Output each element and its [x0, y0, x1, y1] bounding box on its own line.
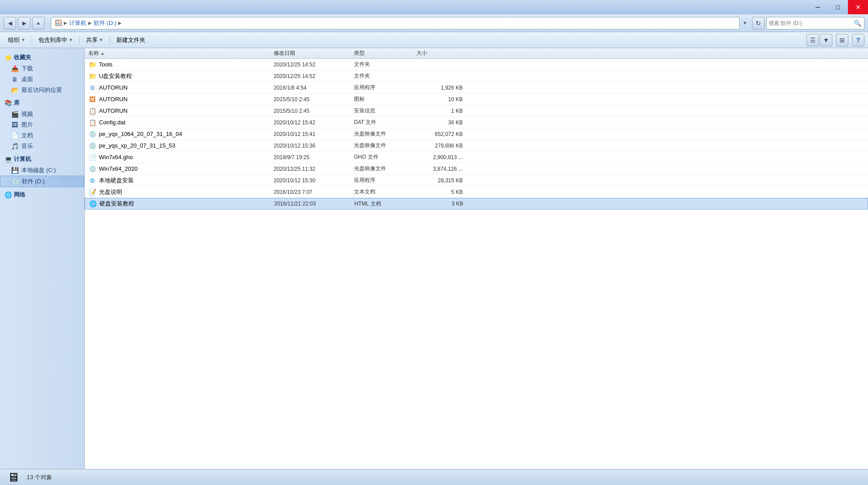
file-name-cell: ⚙ AUTORUN	[85, 84, 272, 91]
view-toggle-button[interactable]: ☰	[806, 34, 819, 46]
file-size-cell: 279,696 KB	[415, 143, 468, 149]
file-name-label: 本地硬盘安装	[99, 177, 134, 185]
back-button[interactable]: ◀	[4, 17, 16, 29]
sidebar-header-network[interactable]: 🌐 网络	[0, 189, 84, 201]
file-rows-container: 📁 Tools 2020/12/25 14:52 文件夹 📁 U盘安装教程 20…	[85, 59, 868, 210]
file-type-cell: GHO 文件	[352, 153, 415, 161]
column-header-date[interactable]: 修改日期	[272, 49, 352, 57]
sidebar-header-favorites[interactable]: ⭐ 收藏夹	[0, 52, 84, 63]
help-button[interactable]: ?	[852, 34, 864, 46]
file-size-cell: 10 KB	[415, 96, 468, 103]
file-date-cell: 2020/10/12 15:30	[272, 177, 352, 184]
status-bar: 🖥 13 个对象	[0, 469, 868, 485]
share-button[interactable]: 共享 ▼	[82, 34, 108, 46]
desktop-icon: 🖥	[11, 76, 19, 83]
drive-c-icon: 💾	[11, 167, 19, 174]
maximize-button[interactable]: □	[828, 0, 848, 14]
file-date-cell: 2020/12/25 11:32	[272, 166, 352, 172]
sidebar-item-desktop[interactable]: 🖥 桌面	[0, 74, 84, 85]
file-date-cell: 2019/9/7 19:25	[272, 154, 352, 160]
sidebar-section-library: 📚 库 🎬 视频 🖼 图片 📄 文档 🎵 音乐	[0, 97, 84, 152]
file-size-cell: 2,900,813 ...	[415, 154, 468, 160]
column-header-size[interactable]: 大小	[415, 49, 468, 57]
file-name-cell: 📋 AUTORUN	[85, 107, 272, 115]
sidebar-header-library[interactable]: 📚 库	[0, 97, 84, 109]
file-date-cell: 2020/10/12 15:42	[272, 119, 352, 126]
file-size-cell: 3,874,126 ...	[415, 166, 468, 172]
file-name-label: Tools	[99, 61, 112, 68]
file-date-cell: 2020/10/12 15:36	[272, 143, 352, 149]
organize-button[interactable]: 组织 ▼	[4, 34, 30, 46]
sidebar-item-drive-d[interactable]: 💿 软件 (D:)	[0, 176, 84, 187]
close-button[interactable]: ✕	[848, 0, 868, 14]
new-folder-button[interactable]: 新建文件夹	[112, 34, 150, 46]
table-row[interactable]: 📋 Config.dat 2020/10/12 15:42 DAT 文件 36 …	[85, 117, 868, 128]
table-row[interactable]: 📄 Win7x64.gho 2019/9/7 19:25 GHO 文件 2,90…	[85, 152, 868, 163]
file-name-label: pe_yqs_1064_20_07_31_16_04	[99, 131, 182, 137]
sidebar-item-recent[interactable]: 📂 最近访问的位置	[0, 85, 84, 95]
forward-button[interactable]: ▶	[18, 17, 30, 29]
drive-d-icon: 💿	[11, 178, 19, 185]
view-buttons: ☰ ▼ ⊞ ?	[806, 34, 864, 46]
preview-pane-button[interactable]: ⊞	[836, 34, 848, 46]
share-chevron-icon: ▼	[99, 37, 103, 42]
file-type-cell: 应用程序	[352, 177, 415, 184]
file-name-cell: 💿 Win7x64_2020	[85, 165, 272, 173]
table-row[interactable]: 📋 AUTORUN 2015/5/10 2:45 安装信息 1 KB	[85, 105, 868, 117]
table-row[interactable]: 💿 pe_yqs_1064_20_07_31_16_04 2020/10/12 …	[85, 128, 868, 140]
sidebar-item-downloads[interactable]: 📥 下载	[0, 63, 84, 74]
archive-button[interactable]: 包含到库中 ▼	[34, 34, 78, 46]
table-row[interactable]: 💿 pe_yqs_xp_20_07_31_15_53 2020/10/12 15…	[85, 140, 868, 152]
table-row[interactable]: 📁 U盘安装教程 2020/12/25 14:52 文件夹	[85, 70, 868, 82]
table-row[interactable]: 📁 Tools 2020/12/25 14:52 文件夹	[85, 59, 868, 70]
column-header-type[interactable]: 类型	[352, 49, 415, 57]
file-type-cell: 应用程序	[352, 84, 415, 91]
file-type-cell: HTML 文档	[353, 200, 415, 208]
table-row[interactable]: ⚙ 本地硬盘安装 2020/10/12 15:30 应用程序 28,315 KB	[85, 175, 868, 186]
search-icon[interactable]: 🔍	[852, 18, 862, 28]
table-row[interactable]: 📝 光盘说明 2016/10/23 7:07 文本文档 5 KB	[85, 186, 868, 198]
table-row[interactable]: 🖼 AUTORUN 2015/5/10 2:45 图标 10 KB	[85, 94, 868, 105]
file-type-cell: 文件夹	[352, 61, 415, 68]
table-row[interactable]: ⚙ AUTORUN 2016/1/8 4:54 应用程序 1,926 KB	[85, 82, 868, 94]
breadcrumb-computer[interactable]: 计算机	[69, 19, 86, 27]
status-count: 13 个对象	[27, 473, 52, 481]
search-input[interactable]	[769, 20, 852, 26]
minimize-button[interactable]: ─	[808, 0, 828, 14]
sidebar-item-pictures[interactable]: 🖼 图片	[0, 119, 84, 130]
column-header-name[interactable]: 名称 ▲	[85, 49, 272, 57]
breadcrumb-dropdown[interactable]: ▼	[741, 17, 749, 29]
file-type-cell: 图标	[352, 95, 415, 103]
file-list-header: 名称 ▲ 修改日期 类型 大小	[85, 48, 868, 59]
breadcrumb-drive-d[interactable]: 软件 (D:)	[94, 19, 116, 27]
file-icon: 💿	[88, 165, 96, 173]
file-name-label: AUTORUN	[99, 84, 128, 91]
file-name-cell: 📁 U盘安装教程	[85, 72, 272, 80]
refresh-button[interactable]: ↻	[752, 17, 765, 29]
up-button[interactable]: ▲	[32, 17, 45, 29]
file-name-label: 硬盘安装教程	[99, 200, 134, 208]
table-row[interactable]: 💿 Win7x64_2020 2020/12/25 11:32 光盘映像文件 3…	[85, 163, 868, 175]
file-name-cell: ⚙ 本地硬盘安装	[85, 177, 272, 185]
file-size-cell: 28,315 KB	[415, 177, 468, 184]
file-type-cell: 文件夹	[352, 72, 415, 80]
file-icon: 📋	[88, 107, 96, 115]
file-name-label: Win7x64_2020	[99, 165, 138, 172]
sidebar-section-network: 🌐 网络	[0, 189, 84, 201]
sidebar-item-drive-c[interactable]: 💾 本地磁盘 (C:)	[0, 165, 84, 176]
file-name-cell: 📝 光盘说明	[85, 188, 272, 196]
sidebar-item-documents[interactable]: 📄 文档	[0, 130, 84, 141]
file-name-cell: 🌐 硬盘安装教程	[85, 200, 272, 208]
toolbar: 组织 ▼ 包含到库中 ▼ 共享 ▼ 新建文件夹 ☰ ▼ ⊞ ?	[0, 32, 868, 48]
sidebar-item-music[interactable]: 🎵 音乐	[0, 141, 84, 152]
sort-name-icon: ▲	[100, 51, 105, 56]
sidebar-item-videos[interactable]: 🎬 视频	[0, 109, 84, 119]
file-name-cell: 💿 pe_yqs_1064_20_07_31_16_04	[85, 131, 272, 138]
file-size-cell: 5 KB	[415, 189, 468, 195]
table-row[interactable]: 🌐 硬盘安装教程 2016/11/21 22:03 HTML 文档 3 KB	[85, 198, 868, 210]
file-icon: 📁	[88, 61, 96, 68]
sidebar-header-computer[interactable]: 💻 计算机	[0, 153, 84, 165]
file-name-label: AUTORUN	[99, 107, 128, 114]
view-options-button[interactable]: ▼	[820, 34, 832, 46]
file-name-label: Win7x64.gho	[99, 154, 133, 160]
